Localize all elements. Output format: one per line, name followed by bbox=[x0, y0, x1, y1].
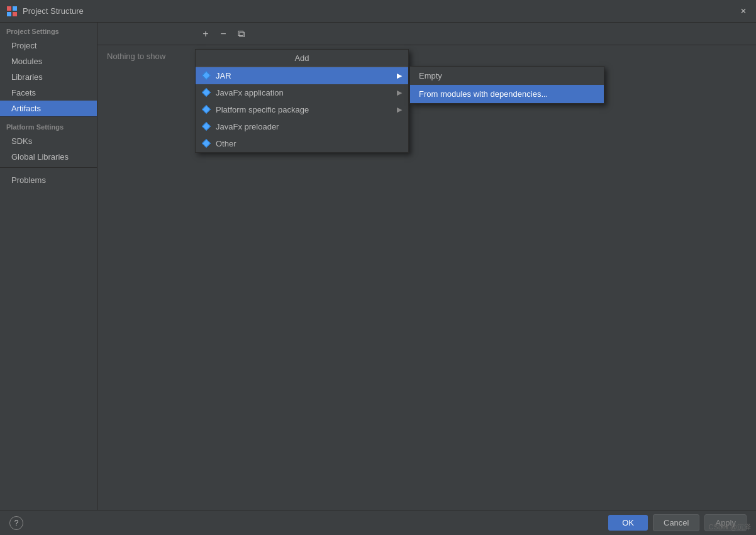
window-title: Project Structure bbox=[23, 6, 737, 16]
platform-package-label: Platform specific package bbox=[216, 105, 309, 114]
jar-label: JAR bbox=[216, 71, 231, 80]
copy-button[interactable]: ⧉ bbox=[233, 26, 248, 41]
bottom-left: ? bbox=[9, 516, 23, 530]
jar-icon bbox=[202, 71, 211, 80]
svg-rect-2 bbox=[7, 12, 11, 16]
platform-package-arrow: ▶ bbox=[397, 106, 402, 114]
content-panel: + − ⧉ Add JAR ▶ bbox=[97, 23, 756, 510]
dropdown-item-javafx-application[interactable]: JavaFx application ▶ bbox=[196, 84, 408, 101]
title-bar: Project Structure × bbox=[0, 0, 756, 23]
sidebar-item-modules[interactable]: Modules bbox=[0, 53, 97, 69]
cancel-button[interactable]: Cancel bbox=[653, 514, 699, 531]
help-button[interactable]: ? bbox=[9, 516, 23, 530]
sidebar-item-sdks[interactable]: SDKs bbox=[0, 133, 97, 149]
javafx-app-label: JavaFx application bbox=[216, 88, 284, 97]
jar-submenu-from-modules[interactable]: From modules with dependencies... bbox=[410, 85, 604, 103]
sidebar-item-facets[interactable]: Facets bbox=[0, 85, 97, 101]
svg-rect-3 bbox=[13, 12, 17, 16]
add-dropdown-header: Add bbox=[196, 50, 408, 67]
platform-settings-label: Platform Settings bbox=[0, 116, 97, 133]
dropdown-item-platform-package[interactable]: Platform specific package ▶ bbox=[196, 101, 408, 118]
sidebar-item-problems[interactable]: Problems bbox=[0, 170, 97, 188]
toolbar-area: + − ⧉ Add JAR ▶ bbox=[97, 23, 756, 45]
svg-rect-1 bbox=[13, 6, 17, 11]
close-button[interactable]: × bbox=[737, 5, 750, 18]
jar-submenu-empty[interactable]: Empty bbox=[410, 67, 604, 85]
app-icon bbox=[6, 6, 18, 17]
javafx-app-arrow: ▶ bbox=[397, 89, 402, 97]
svg-rect-0 bbox=[7, 6, 11, 11]
bottom-bar: ? OK Cancel Apply bbox=[0, 510, 756, 535]
remove-button[interactable]: − bbox=[216, 26, 231, 41]
sidebar-divider bbox=[0, 167, 97, 168]
platform-package-icon bbox=[202, 105, 211, 114]
javafx-app-icon bbox=[202, 88, 211, 97]
other-icon bbox=[202, 139, 211, 148]
watermark: CSDN @沉泽 bbox=[709, 522, 751, 532]
jar-arrow: ▶ bbox=[397, 72, 402, 80]
dropdown-item-jar[interactable]: JAR ▶ bbox=[196, 67, 408, 84]
dropdown-item-javafx-preloader[interactable]: JavaFx preloader bbox=[196, 118, 408, 135]
jar-submenu: Empty From modules with dependencies... bbox=[409, 66, 604, 104]
main-content: Project Settings Project Modules Librari… bbox=[0, 23, 756, 510]
sidebar-item-project[interactable]: Project bbox=[0, 38, 97, 53]
sidebar-item-libraries[interactable]: Libraries bbox=[0, 69, 97, 85]
add-button[interactable]: + bbox=[198, 26, 213, 41]
sidebar-item-artifacts[interactable]: Artifacts bbox=[0, 101, 97, 116]
javafx-preloader-icon bbox=[202, 122, 211, 131]
add-dropdown: Add JAR ▶ bbox=[195, 49, 409, 153]
javafx-preloader-label: JavaFx preloader bbox=[216, 122, 279, 131]
project-structure-dialog: Project Structure × Project Settings Pro… bbox=[0, 0, 756, 535]
project-settings-label: Project Settings bbox=[0, 23, 97, 38]
ok-button[interactable]: OK bbox=[608, 515, 648, 531]
sidebar-item-global-libraries[interactable]: Global Libraries bbox=[0, 149, 97, 165]
other-label: Other bbox=[216, 139, 236, 148]
dropdown-item-other[interactable]: Other bbox=[196, 135, 408, 152]
sidebar: Project Settings Project Modules Librari… bbox=[0, 23, 97, 510]
